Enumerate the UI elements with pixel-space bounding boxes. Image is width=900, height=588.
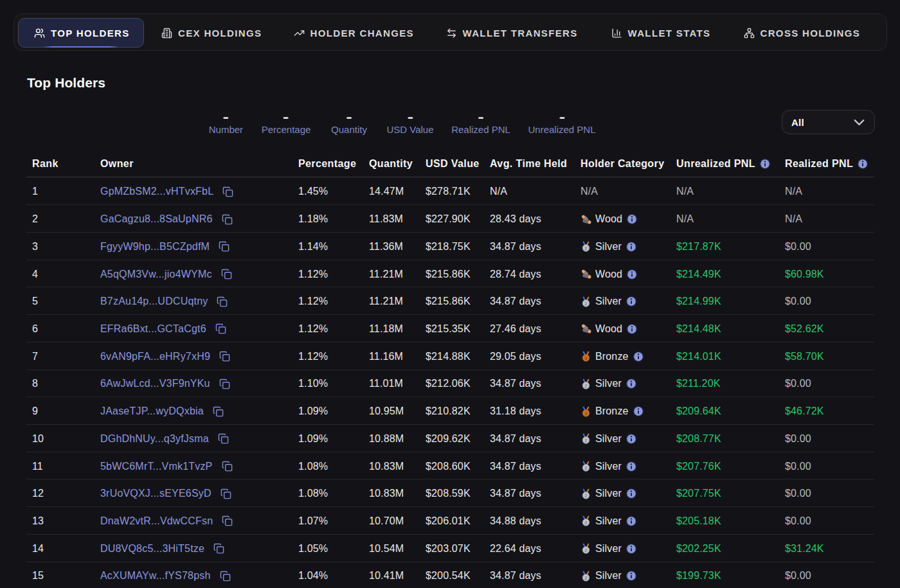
svg-text:2: 2: [584, 548, 587, 553]
svg-text:2: 2: [584, 245, 587, 251]
svg-text:2: 2: [584, 382, 587, 388]
svg-text:2: 2: [584, 575, 587, 581]
svg-text:2: 2: [584, 520, 587, 526]
svg-text:2: 2: [584, 300, 587, 306]
svg-text:3: 3: [584, 410, 587, 416]
svg-text:2: 2: [584, 492, 587, 498]
svg-text:2: 2: [584, 438, 587, 443]
svg-text:2: 2: [584, 465, 587, 471]
svg-text:3: 3: [584, 355, 587, 361]
